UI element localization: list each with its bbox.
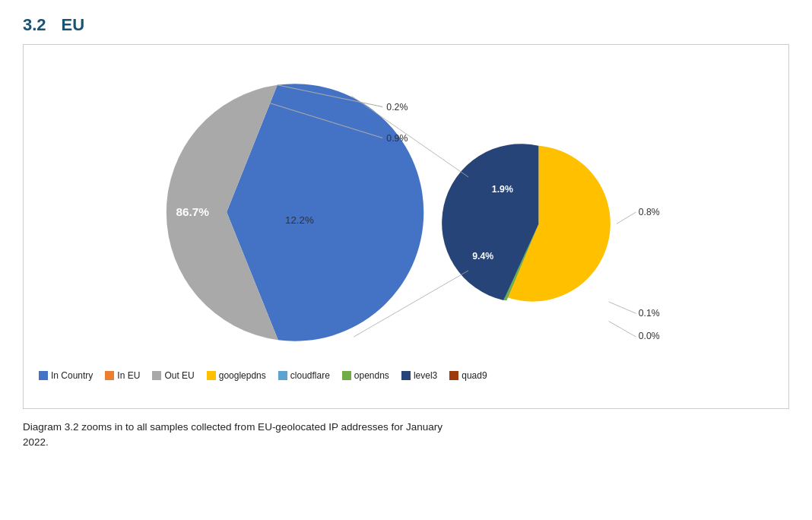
legend-googlepdns-box xyxy=(207,371,216,380)
svg-line-4 xyxy=(617,212,636,224)
section-number: 3.2 xyxy=(23,15,46,35)
out-eu-label: 12.2% xyxy=(285,214,314,226)
legend-in-country-box xyxy=(39,371,48,380)
ext-0-0: 0.0% xyxy=(639,331,660,341)
small-pct-label: 0.2% xyxy=(386,102,408,113)
svg-line-6 xyxy=(609,322,636,338)
chart-area: 86.7% 12.2% 0.2% 0.9% xyxy=(39,60,773,364)
legend-out-eu: Out EU xyxy=(152,370,194,381)
legend-googlepdns-label: googlepdns xyxy=(219,370,266,381)
in-eu-label: 0.9% xyxy=(386,133,408,144)
legend-out-eu-box xyxy=(152,371,161,380)
svg-line-5 xyxy=(609,302,636,313)
legend-level3-label: level3 xyxy=(414,370,437,381)
chart-legend: In Country In EU Out EU googlepdns cloud… xyxy=(39,364,773,384)
legend-in-country-label: In Country xyxy=(51,370,93,381)
sub-pie xyxy=(442,144,611,301)
legend-in-eu-label: In EU xyxy=(117,370,140,381)
legend-level3-box xyxy=(401,371,411,380)
legend-out-eu-label: Out EU xyxy=(164,370,194,381)
legend-level3: level3 xyxy=(401,370,437,381)
legend-cloudflare-label: cloudflare xyxy=(290,370,330,381)
legend-in-eu: In EU xyxy=(105,370,140,381)
legend-opendns-box xyxy=(342,371,351,380)
legend-cloudflare: cloudflare xyxy=(278,370,330,381)
legend-in-country: In Country xyxy=(39,370,93,381)
legend-googlepdns: googlepdns xyxy=(207,370,266,381)
legend-quad9-box xyxy=(449,371,458,380)
cloudflare-pct: 1.9% xyxy=(492,184,513,195)
in-country-label: 86.7% xyxy=(176,205,209,218)
googlepdns-pct: 9.4% xyxy=(472,251,493,262)
chart-svg: 86.7% 12.2% 0.2% 0.9% xyxy=(39,60,773,364)
legend-opendns-label: opendns xyxy=(354,370,389,381)
chart-container: 86.7% 12.2% 0.2% 0.9% xyxy=(23,44,789,409)
ext-0-1: 0.1% xyxy=(639,308,660,319)
caption-line1: Diagram 3.2 zooms in to all samples coll… xyxy=(23,421,442,433)
caption-line2: 2022. xyxy=(23,436,49,448)
legend-quad9: quad9 xyxy=(449,370,487,381)
caption: Diagram 3.2 zooms in to all samples coll… xyxy=(23,420,789,451)
legend-cloudflare-box xyxy=(278,371,287,380)
legend-quad9-label: quad9 xyxy=(462,370,487,381)
section-title: EU xyxy=(62,15,85,35)
legend-in-eu-box xyxy=(105,371,114,380)
legend-opendns: opendns xyxy=(342,370,389,381)
ext-0-8: 0.8% xyxy=(639,207,660,217)
